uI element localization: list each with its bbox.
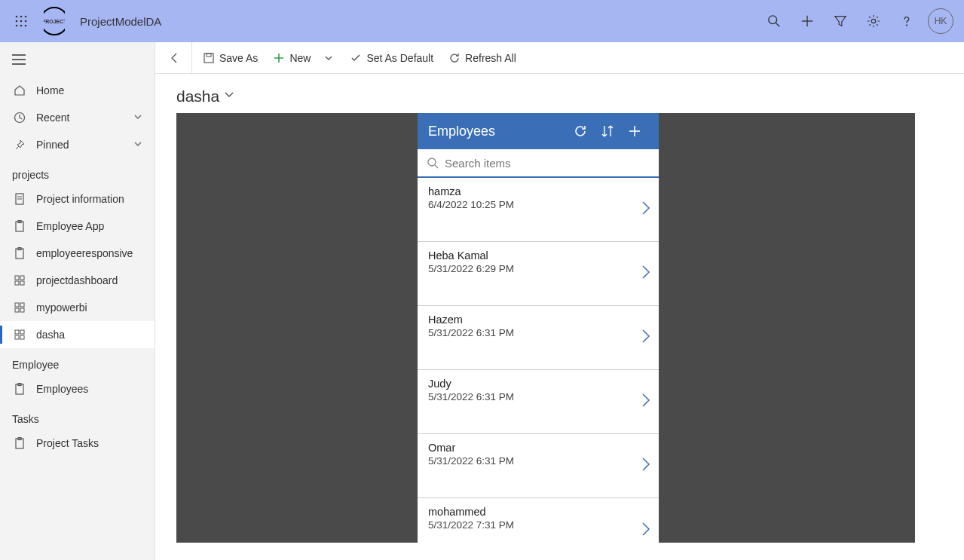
new-button[interactable]: New <box>265 42 318 74</box>
item-name: Heba Kamal <box>428 249 648 262</box>
nav-label: Home <box>36 84 64 96</box>
set-default-button[interactable]: Set As Default <box>342 42 441 74</box>
section-projects: projects <box>0 158 155 185</box>
sidebar-item-project-information[interactable]: Project information <box>0 185 155 213</box>
chevron-down-icon <box>133 139 142 151</box>
hamburger-icon[interactable] <box>0 45 155 77</box>
svg-point-1 <box>20 16 23 18</box>
chevron-down-icon[interactable] <box>224 90 234 103</box>
svg-point-8 <box>25 25 27 27</box>
sidebar-item-project-tasks[interactable]: Project Tasks <box>0 430 155 457</box>
add-icon[interactable] <box>621 118 648 145</box>
sidebar: Home Recent Pinned projects Project info… <box>0 42 155 560</box>
clipboard-icon <box>12 247 27 259</box>
app-canvas: Employees hamza 6/4/2022 10:25 PM <box>176 113 915 543</box>
search-input[interactable] <box>445 157 650 170</box>
item-date: 5/31/2022 7:31 PM <box>428 519 648 531</box>
svg-point-6 <box>16 25 18 27</box>
svg-point-4 <box>20 20 23 23</box>
svg-line-10 <box>776 23 780 27</box>
chevron-right-icon <box>641 457 651 475</box>
sidebar-item-projectdashboard[interactable]: projectdashboard <box>0 267 155 294</box>
nav-home[interactable]: Home <box>0 77 155 104</box>
search-icon <box>427 157 439 169</box>
pin-icon <box>12 139 27 151</box>
sort-icon[interactable] <box>594 118 621 145</box>
chevron-right-icon <box>641 522 651 540</box>
list-item[interactable]: Omar 5/31/2022 6:31 PM <box>418 434 659 498</box>
panel-header: Employees <box>418 113 659 149</box>
list-item[interactable]: Hazem 5/31/2022 6:31 PM <box>418 306 659 370</box>
cmd-label: New <box>289 52 311 64</box>
list-item[interactable]: hamza 6/4/2022 10:25 PM <box>418 178 659 242</box>
svg-point-48 <box>428 158 436 166</box>
app-title: ProjectModelDA <box>80 15 161 28</box>
nav-pinned[interactable]: Pinned <box>0 131 155 158</box>
chevron-down-icon <box>133 112 142 124</box>
dashboard-icon <box>12 274 27 286</box>
item-date: 5/31/2022 6:31 PM <box>428 327 648 338</box>
sidebar-item-employeeresponsive[interactable]: employeeresponsive <box>0 240 155 267</box>
main: Save As New Set As Default Refresh All d… <box>155 42 964 560</box>
svg-point-2 <box>25 16 27 18</box>
nav-label: employeeresponsive <box>36 247 133 259</box>
page-title: dasha <box>176 87 219 106</box>
sidebar-item-dasha[interactable]: dasha <box>0 321 155 348</box>
refresh-icon[interactable] <box>567 118 594 145</box>
filter-icon[interactable] <box>824 5 857 38</box>
clipboard-icon <box>12 383 27 395</box>
nav-label: mypowerbi <box>36 301 87 314</box>
chevron-right-icon <box>641 329 651 347</box>
svg-rect-30 <box>15 303 19 307</box>
dashboard-icon <box>12 301 27 314</box>
svg-point-9 <box>769 16 777 24</box>
avatar[interactable]: HK <box>928 8 953 34</box>
nav-label: Employees <box>36 383 88 395</box>
list-item[interactable]: mohammed 5/31/2022 7:31 PM <box>418 498 659 543</box>
item-name: Omar <box>428 442 648 454</box>
svg-point-5 <box>25 20 27 23</box>
list-item[interactable]: Judy 5/31/2022 6:31 PM <box>418 370 659 434</box>
search-icon[interactable] <box>757 5 791 38</box>
gear-icon[interactable] <box>857 5 890 38</box>
svg-rect-27 <box>20 276 24 280</box>
svg-rect-36 <box>15 335 19 339</box>
clipboard-icon <box>12 437 27 449</box>
add-icon[interactable] <box>791 5 824 38</box>
nav-label: Employee App <box>36 220 104 232</box>
svg-rect-34 <box>15 330 19 334</box>
chevron-right-icon <box>641 265 651 283</box>
item-date: 6/4/2022 10:25 PM <box>428 199 648 210</box>
save-as-button[interactable]: Save As <box>195 42 265 74</box>
employees-list: hamza 6/4/2022 10:25 PM Heba Kamal 5/31/… <box>418 178 659 543</box>
item-date: 5/31/2022 6:31 PM <box>428 391 648 402</box>
svg-point-7 <box>20 25 23 27</box>
home-icon <box>12 84 27 96</box>
refresh-all-button[interactable]: Refresh All <box>441 42 524 74</box>
item-name: mohammed <box>428 506 648 518</box>
app-launcher-icon[interactable] <box>6 6 36 36</box>
nav-label: Pinned <box>36 139 69 151</box>
chevron-right-icon <box>641 393 651 411</box>
help-icon[interactable] <box>890 5 923 38</box>
item-name: Judy <box>428 378 648 390</box>
nav-label: Project information <box>36 193 124 205</box>
nav-recent[interactable]: Recent <box>0 104 155 131</box>
back-button[interactable] <box>161 42 188 74</box>
clock-icon <box>12 112 27 124</box>
cmd-label: Refresh All <box>465 52 516 64</box>
svg-rect-32 <box>15 308 19 312</box>
sidebar-item-employees[interactable]: Employees <box>0 375 155 402</box>
new-dropdown[interactable] <box>318 42 342 74</box>
nav-label: Project Tasks <box>36 437 99 449</box>
svg-rect-31 <box>20 303 24 307</box>
app-logo: PROJECT <box>39 6 69 36</box>
sidebar-item-employee-app[interactable]: Employee App <box>0 213 155 240</box>
section-tasks: Tasks <box>0 402 155 430</box>
list-item[interactable]: Heba Kamal 5/31/2022 6:29 PM <box>418 242 659 306</box>
clipboard-icon <box>12 220 27 232</box>
item-name: hamza <box>428 185 648 197</box>
sidebar-item-mypowerbi[interactable]: mypowerbi <box>0 294 155 321</box>
svg-line-49 <box>435 165 438 168</box>
svg-point-13 <box>871 19 875 23</box>
